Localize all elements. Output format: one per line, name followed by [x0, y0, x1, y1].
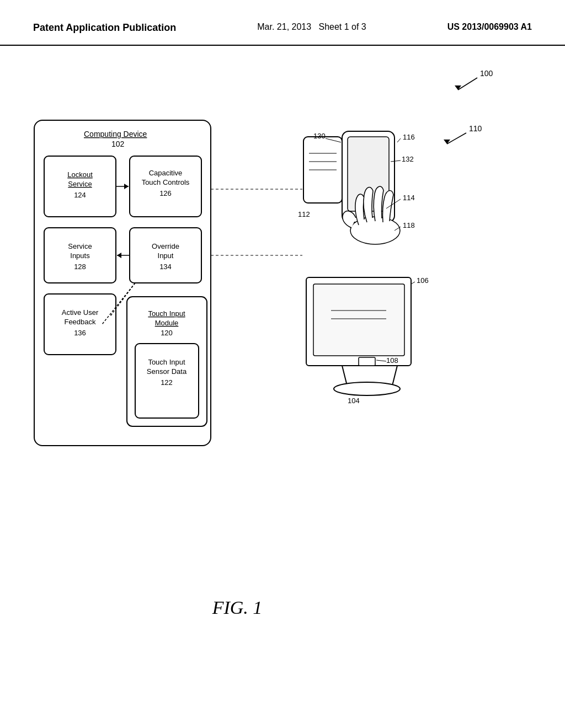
svg-rect-9: [44, 156, 116, 217]
svg-text:118: 118: [403, 221, 415, 229]
svg-text:FIG. 1: FIG. 1: [212, 597, 263, 618]
svg-rect-43: [303, 137, 342, 203]
svg-text:134: 134: [159, 263, 172, 271]
svg-text:114: 114: [403, 194, 415, 202]
svg-marker-40: [117, 253, 121, 258]
diagram-area: 100 110 Computing Device 102 Lockout Ser…: [0, 46, 565, 652]
svg-text:Lockout: Lockout: [67, 170, 93, 179]
svg-text:102: 102: [111, 140, 125, 148]
svg-text:Capacitive: Capacitive: [149, 169, 183, 177]
header-right: US 2013/0069903 A1: [447, 22, 532, 32]
page-header: Patent Application Publication Mar. 21, …: [0, 0, 565, 46]
header-date: Mar. 21, 2013: [257, 22, 311, 31]
svg-marker-38: [124, 184, 129, 189]
svg-text:122: 122: [161, 378, 173, 387]
svg-text:Module: Module: [155, 319, 179, 327]
svg-text:Input: Input: [158, 251, 174, 260]
svg-text:Service: Service: [68, 180, 92, 188]
svg-text:Service: Service: [68, 242, 92, 250]
svg-rect-21: [130, 156, 201, 217]
svg-rect-17: [44, 294, 116, 355]
svg-text:132: 132: [402, 155, 414, 163]
svg-text:110: 110: [469, 124, 482, 133]
svg-line-41: [110, 283, 135, 316]
svg-rect-13: [44, 228, 116, 283]
header-left: Patent Application Publication: [33, 22, 176, 34]
svg-line-58: [386, 199, 401, 208]
svg-text:116: 116: [403, 133, 415, 141]
svg-text:104: 104: [348, 397, 360, 405]
svg-rect-6: [34, 120, 211, 446]
svg-line-60: [395, 227, 401, 231]
svg-rect-25: [130, 228, 201, 283]
svg-text:108: 108: [386, 356, 398, 365]
diagram-svg: 100 110 Computing Device 102 Lockout Ser…: [0, 46, 565, 652]
svg-text:Override: Override: [152, 242, 179, 250]
svg-line-1: [458, 78, 477, 90]
svg-line-42: [102, 283, 135, 324]
svg-text:Inputs: Inputs: [70, 251, 90, 260]
svg-rect-61: [306, 277, 411, 366]
svg-text:100: 100: [480, 69, 493, 78]
svg-text:120: 120: [161, 329, 173, 337]
svg-text:106: 106: [417, 276, 429, 285]
svg-text:Sensor Data: Sensor Data: [147, 367, 187, 376]
svg-rect-62: [313, 284, 404, 356]
svg-text:Touch Input: Touch Input: [148, 358, 185, 366]
svg-line-55: [326, 138, 341, 142]
svg-line-68: [411, 282, 415, 284]
svg-text:112: 112: [298, 210, 310, 218]
svg-text:124: 124: [74, 191, 86, 199]
svg-text:Feedback: Feedback: [64, 318, 96, 326]
svg-line-53: [391, 160, 401, 162]
svg-text:130: 130: [313, 132, 326, 140]
svg-text:Touch Controls: Touch Controls: [142, 178, 190, 186]
svg-rect-48: [342, 131, 395, 222]
svg-line-70: [376, 360, 386, 361]
header-center: Mar. 21, 2013 Sheet 1 of 3: [257, 22, 366, 32]
svg-rect-33: [135, 344, 199, 418]
svg-text:126: 126: [159, 189, 172, 197]
svg-line-4: [447, 133, 466, 144]
svg-marker-5: [444, 140, 450, 144]
svg-marker-2: [455, 85, 461, 90]
svg-point-56: [350, 217, 400, 244]
svg-rect-49: [348, 137, 389, 211]
svg-line-51: [397, 138, 401, 142]
svg-rect-29: [127, 297, 207, 426]
svg-text:Touch Input: Touch Input: [148, 309, 185, 318]
svg-text:136: 136: [74, 329, 86, 337]
header-sheet: Sheet 1 of 3: [318, 22, 366, 31]
svg-text:Computing Device: Computing Device: [84, 130, 147, 138]
svg-text:Active User: Active User: [62, 308, 99, 317]
svg-point-65: [334, 382, 400, 395]
svg-rect-66: [359, 357, 375, 366]
svg-text:128: 128: [74, 263, 86, 271]
